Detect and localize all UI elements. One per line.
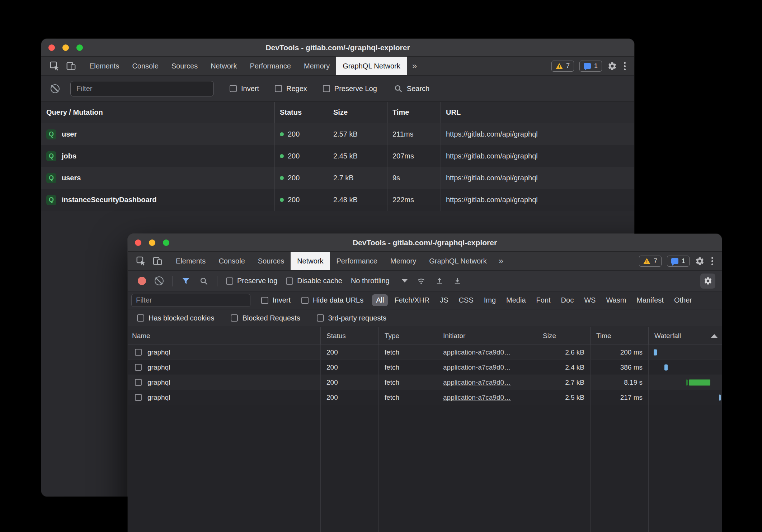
invert-checkbox-group[interactable]: Invert xyxy=(230,85,259,93)
hide-data-urls-checkbox[interactable] xyxy=(301,297,309,304)
invert-checkbox[interactable] xyxy=(230,85,237,92)
has-blocked-cookies-checkbox[interactable] xyxy=(137,314,144,322)
waterfall-bar[interactable] xyxy=(654,349,657,355)
more-tabs-chevron[interactable]: » xyxy=(407,57,422,75)
column-header-waterfall[interactable]: Waterfall xyxy=(649,327,722,345)
row-checkbox[interactable] xyxy=(135,349,142,356)
minimize-window-button[interactable] xyxy=(62,44,69,51)
tab-network[interactable]: Network xyxy=(291,252,330,270)
zoom-window-button[interactable] xyxy=(163,239,169,246)
blocked-requests-checkbox[interactable] xyxy=(231,314,238,322)
tab-graphql-network[interactable]: GraphQL Network xyxy=(423,252,493,270)
warning-count-badge[interactable]: 7 xyxy=(551,61,574,72)
record-network-log-button[interactable] xyxy=(138,277,146,285)
waterfall-bar[interactable] xyxy=(689,379,710,385)
preserve-log-checkbox-group[interactable]: Preserve Log xyxy=(323,85,377,93)
search-icon[interactable] xyxy=(199,276,208,286)
type-filter-ws[interactable]: WS xyxy=(580,294,599,306)
initiator-link[interactable]: application-a7ca9d0… xyxy=(443,348,511,356)
disable-cache-checkbox[interactable] xyxy=(286,277,293,285)
waterfall-bar[interactable] xyxy=(686,379,688,385)
network-settings-gear-button[interactable] xyxy=(700,274,715,289)
third-party-requests-checkbox-group[interactable]: 3rd-party requests xyxy=(317,314,386,322)
type-filter-doc[interactable]: Doc xyxy=(557,294,578,306)
type-filter-other[interactable]: Other xyxy=(670,294,696,306)
warning-count-badge[interactable]: 7 xyxy=(639,256,662,267)
request-row[interactable]: graphql 200 fetch application-a7ca9d0… 2… xyxy=(128,390,722,405)
preserve-log-checkbox[interactable] xyxy=(226,277,233,285)
disable-cache-checkbox-group[interactable]: Disable cache xyxy=(286,277,342,285)
tab-network[interactable]: Network xyxy=(204,57,243,75)
tab-sources[interactable]: Sources xyxy=(165,57,204,75)
type-filter-all[interactable]: All xyxy=(372,294,388,306)
throttling-dropdown[interactable]: No throttling xyxy=(351,277,408,285)
tab-performance[interactable]: Performance xyxy=(330,252,384,270)
tab-sources[interactable]: Sources xyxy=(251,252,291,270)
invert-checkbox[interactable] xyxy=(261,297,268,304)
inspect-element-icon[interactable] xyxy=(49,61,60,71)
column-header-url[interactable]: URL xyxy=(441,102,634,123)
inspect-element-icon[interactable] xyxy=(136,256,146,266)
filter-input[interactable] xyxy=(70,81,214,96)
request-row[interactable]: graphql 200 fetch application-a7ca9d0… 2… xyxy=(128,375,722,390)
titlebar[interactable]: DevTools - gitlab.com/-/graphql-explorer xyxy=(41,39,634,57)
kebab-menu-icon[interactable] xyxy=(710,257,715,265)
table-row[interactable]: Q jobs 200 2.45 kB 207ms https://gitlab.… xyxy=(41,145,634,167)
column-header-status[interactable]: Status xyxy=(321,327,379,345)
search-control[interactable]: Search xyxy=(394,84,429,93)
preserve-log-checkbox[interactable] xyxy=(323,85,330,92)
zoom-window-button[interactable] xyxy=(76,44,83,51)
table-row[interactable]: Q user 200 2.57 kB 211ms https://gitlab.… xyxy=(41,123,634,145)
close-window-button[interactable] xyxy=(48,44,55,51)
tab-console[interactable]: Console xyxy=(212,252,251,270)
column-header-query-mutation[interactable]: Query / Mutation xyxy=(41,102,274,123)
import-har-icon[interactable] xyxy=(435,276,444,286)
request-row[interactable]: graphql 200 fetch application-a7ca9d0… 2… xyxy=(128,360,722,375)
tab-memory[interactable]: Memory xyxy=(297,57,336,75)
row-checkbox[interactable] xyxy=(135,364,142,371)
clear-network-log-icon[interactable] xyxy=(155,276,164,285)
type-filter-css[interactable]: CSS xyxy=(455,294,478,306)
type-filter-media[interactable]: Media xyxy=(502,294,530,306)
settings-gear-icon[interactable] xyxy=(695,256,705,266)
console-message-badge[interactable]: 1 xyxy=(579,61,602,72)
column-header-size[interactable]: Size xyxy=(328,102,387,123)
tab-elements[interactable]: Elements xyxy=(83,57,126,75)
preserve-log-checkbox-group[interactable]: Preserve log xyxy=(226,277,277,285)
tab-performance[interactable]: Performance xyxy=(244,57,298,75)
type-filter-font[interactable]: Font xyxy=(532,294,555,306)
export-har-icon[interactable] xyxy=(453,276,462,286)
regex-checkbox[interactable] xyxy=(275,85,282,92)
network-filter-input[interactable] xyxy=(131,294,250,307)
blocked-requests-checkbox-group[interactable]: Blocked Requests xyxy=(231,314,300,322)
type-filter-fetch-xhr[interactable]: Fetch/XHR xyxy=(390,294,433,306)
tab-elements[interactable]: Elements xyxy=(169,252,212,270)
type-filter-manifest[interactable]: Manifest xyxy=(632,294,668,306)
minimize-window-button[interactable] xyxy=(149,239,155,246)
sort-ascending-icon[interactable] xyxy=(711,334,718,338)
waterfall-bar[interactable] xyxy=(664,364,668,370)
titlebar[interactable]: DevTools - gitlab.com/-/graphql-explorer xyxy=(128,234,722,252)
settings-gear-icon[interactable] xyxy=(607,61,617,71)
table-row[interactable]: Q users 200 2.7 kB 9s https://gitlab.com… xyxy=(41,167,634,189)
column-header-time[interactable]: Time xyxy=(591,327,649,345)
tab-graphql-network[interactable]: GraphQL Network xyxy=(336,57,406,75)
initiator-link[interactable]: application-a7ca9d0… xyxy=(443,379,511,386)
invert-checkbox-group[interactable]: Invert xyxy=(261,296,291,304)
type-filter-img[interactable]: Img xyxy=(480,294,500,306)
table-row[interactable]: Q instanceSecurityDashboard 200 2.48 kB … xyxy=(41,189,634,211)
initiator-link[interactable]: application-a7ca9d0… xyxy=(443,394,511,402)
console-message-badge[interactable]: 1 xyxy=(667,256,690,267)
initiator-link[interactable]: application-a7ca9d0… xyxy=(443,364,511,371)
type-filter-js[interactable]: JS xyxy=(436,294,452,306)
column-header-name[interactable]: Name xyxy=(128,327,321,345)
column-header-type[interactable]: Type xyxy=(379,327,437,345)
more-tabs-chevron[interactable]: » xyxy=(493,252,509,270)
row-checkbox[interactable] xyxy=(135,379,142,386)
tab-memory[interactable]: Memory xyxy=(384,252,423,270)
column-header-status[interactable]: Status xyxy=(274,102,328,123)
has-blocked-cookies-checkbox-group[interactable]: Has blocked cookies xyxy=(137,314,214,322)
column-header-time[interactable]: Time xyxy=(387,102,441,123)
row-checkbox[interactable] xyxy=(135,394,142,401)
column-header-size[interactable]: Size xyxy=(537,327,591,345)
